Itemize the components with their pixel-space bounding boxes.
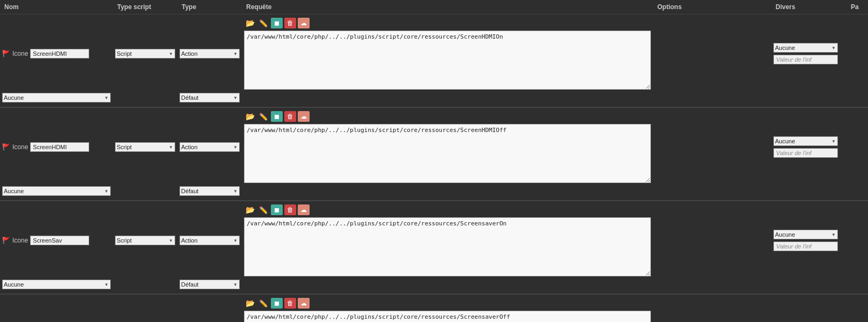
nom-bottom-select-1[interactable]: Aucune <box>2 93 111 103</box>
pa-cell-2 <box>847 146 868 148</box>
options-cell-3 <box>653 239 771 241</box>
options-cell-1 <box>653 53 771 55</box>
orange-btn-3[interactable]: ☁ <box>298 204 310 215</box>
nom-bottom-select-wrapper-2: Aucune <box>2 186 111 196</box>
header-options: Options <box>653 3 771 11</box>
pa-bottom-1 <box>847 92 868 94</box>
type-script-select-1[interactable]: Script <box>115 49 175 58</box>
divers-select-1[interactable]: Aucune <box>773 43 838 53</box>
type-defaut-wrapper-2: Défaut <box>180 186 240 196</box>
type-cell-1: Action <box>177 48 242 60</box>
orange-btn-1[interactable]: ☁ <box>298 18 310 28</box>
type-cell-2: Action <box>177 141 242 153</box>
edit-btn-3[interactable]: ✏️ <box>257 204 269 215</box>
edit-btn-1[interactable]: ✏️ <box>257 18 269 28</box>
options-cell-2 <box>653 146 771 148</box>
divers-select-3[interactable]: Aucune <box>773 230 838 239</box>
divers-select-wrapper-1: Aucune <box>773 43 838 53</box>
type-script-cell-3: Script <box>113 235 177 246</box>
header-pa: Pa <box>847 3 868 11</box>
nom-icon-label-2: 🚩 Icone <box>2 142 111 152</box>
divers-select-2[interactable]: Aucune <box>773 136 838 146</box>
requete-cell-3: 📂 ✏️ ◼ 🗑 ☁ /var/www/html/core/php/../../… <box>242 203 653 277</box>
green-btn-3[interactable]: ◼ <box>271 204 283 215</box>
type-script-bottom-1 <box>113 92 177 94</box>
nom-bottom-select-3[interactable]: Aucune <box>2 280 111 289</box>
type-script-select-2[interactable]: Script <box>115 142 175 152</box>
requete-textarea-1[interactable]: /var/www/html/core/php/../../plugins/scr… <box>244 31 651 90</box>
nom-bottom-cell-1: Aucune <box>0 92 113 104</box>
red-btn-1[interactable]: 🗑 <box>284 18 296 28</box>
type-bottom-cell-3: Défaut <box>177 279 242 290</box>
divers-select-wrapper-2: Aucune <box>773 136 838 146</box>
options-bottom-3 <box>653 279 771 281</box>
red-btn-3[interactable]: 🗑 <box>284 204 296 215</box>
header-nom: Nom <box>0 3 113 11</box>
type-defaut-wrapper-1: Défaut <box>180 93 240 103</box>
divers-cell-1: Aucune <box>771 42 847 65</box>
nom-bottom-select-wrapper-3: Aucune <box>2 280 111 289</box>
orange-btn-4[interactable]: ☁ <box>298 298 310 309</box>
type-defaut-wrapper-3: Défaut <box>180 280 240 289</box>
divers-bottom-1 <box>771 92 847 94</box>
requete-cell-2: 📂 ✏️ ◼ 🗑 ☁ /var/www/html/core/php/../../… <box>242 110 653 184</box>
type-action-select-3[interactable]: Action <box>180 236 240 245</box>
type-defaut-select-1[interactable]: Défaut <box>180 93 240 103</box>
red-btn-4[interactable]: 🗑 <box>284 298 296 309</box>
nom-input-3[interactable] <box>30 236 89 245</box>
requete-cell-4: 📂 ✏️ ◼ 🗑 ☁ /var/www/html/core/php/../../… <box>242 297 653 322</box>
type-script-bottom-3 <box>113 279 177 281</box>
valeur-input-1[interactable] <box>773 55 838 64</box>
icon-bar-2: 📂 ✏️ ◼ 🗑 ☁ <box>244 111 651 122</box>
red-btn-2[interactable]: 🗑 <box>284 111 296 122</box>
type-action-select-2[interactable]: Action <box>180 142 240 152</box>
header-type: Type <box>177 3 242 11</box>
green-btn-1[interactable]: ◼ <box>271 18 283 28</box>
flag-icon-3: 🚩 <box>2 237 10 244</box>
options-bottom-2 <box>653 185 771 187</box>
pa-bottom-2 <box>847 185 868 187</box>
type-script-select-3[interactable]: Script <box>115 236 175 245</box>
pa-cell-3 <box>847 239 868 241</box>
orange-btn-2[interactable]: ☁ <box>298 111 310 122</box>
divers-bottom-2 <box>771 185 847 187</box>
folder-btn-1[interactable]: 📂 <box>244 18 256 28</box>
folder-btn-2[interactable]: 📂 <box>244 111 256 122</box>
table-row: 🚩 Icone Script Action <box>0 295 868 322</box>
nom-cell-1: 🚩 Icone <box>0 48 113 60</box>
type-action-wrapper-1: Action <box>180 49 240 58</box>
type-cell-3: Action <box>177 235 242 246</box>
icon-bar-1: 📂 ✏️ ◼ 🗑 ☁ <box>244 18 651 28</box>
divers-cell-3: Aucune <box>771 229 847 252</box>
type-script-cell-1: Script <box>113 48 177 60</box>
type-script-select-wrapper-1: Script <box>115 49 175 58</box>
requete-bottom-cell-3 <box>242 279 653 281</box>
valeur-input-2[interactable] <box>773 148 838 158</box>
nom-icon-label-1: 🚩 Icone <box>2 49 111 58</box>
options-bottom-1 <box>653 92 771 94</box>
requete-bottom-cell-1 <box>242 92 653 94</box>
nom-input-1[interactable] <box>30 49 89 58</box>
requete-textarea-3[interactable]: /var/www/html/core/php/../../plugins/scr… <box>244 217 651 276</box>
flag-icon-2: 🚩 <box>2 143 10 151</box>
type-action-select-1[interactable]: Action <box>180 49 240 58</box>
type-defaut-select-2[interactable]: Défaut <box>180 186 240 196</box>
edit-btn-4[interactable]: ✏️ <box>257 298 269 309</box>
type-defaut-select-3[interactable]: Défaut <box>180 280 240 289</box>
folder-btn-3[interactable]: 📂 <box>244 204 256 215</box>
folder-btn-4[interactable]: 📂 <box>244 298 256 309</box>
edit-btn-2[interactable]: ✏️ <box>257 111 269 122</box>
green-btn-4[interactable]: ◼ <box>271 298 283 309</box>
type-action-wrapper-3: Action <box>180 236 240 245</box>
requete-textarea-4[interactable]: /var/www/html/core/php/../../plugins/scr… <box>244 311 651 322</box>
divers-select-wrapper-3: Aucune <box>773 230 838 239</box>
icone-label-3: Icone <box>12 237 28 244</box>
green-btn-2[interactable]: ◼ <box>271 111 283 122</box>
valeur-input-3[interactable] <box>773 241 838 251</box>
nom-input-2[interactable] <box>30 142 89 152</box>
nom-bottom-select-2[interactable]: Aucune <box>2 186 111 196</box>
pa-cell-1 <box>847 53 868 55</box>
requete-textarea-2[interactable]: /var/www/html/core/php/../../plugins/scr… <box>244 124 651 183</box>
type-bottom-cell-2: Défaut <box>177 185 242 197</box>
divers-bottom-3 <box>771 279 847 281</box>
